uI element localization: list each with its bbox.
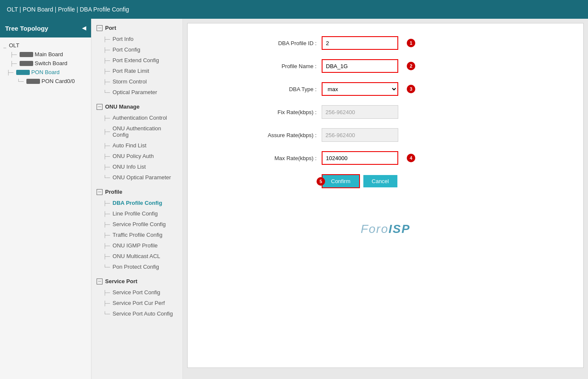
connector-icon: ├─ bbox=[103, 143, 110, 148]
menu-item-port-config[interactable]: ├─ Port Config bbox=[91, 44, 183, 55]
input-max-rate[interactable] bbox=[322, 151, 398, 165]
menu-section-header-port[interactable]: ─ Port bbox=[91, 22, 183, 34]
menu-item-auto-find-list[interactable]: ├─ Auto Find List bbox=[91, 140, 183, 151]
connector-icon: ├─ bbox=[103, 69, 110, 74]
menu-item-onu-authentication-config[interactable]: ├─ ONU Authentication Config bbox=[91, 123, 183, 140]
menu-item-onu-policy-auth[interactable]: ├─ ONU Policy Auth bbox=[91, 151, 183, 161]
connector-icon: ├─ bbox=[103, 222, 110, 227]
connector-icon: └─ bbox=[103, 311, 110, 316]
menu-item-service-port-cur-perf[interactable]: ├─ Service Port Cur Perf bbox=[91, 298, 183, 308]
menu-section-service-port: ─ Service Port ├─ Service Port Config ├─… bbox=[91, 276, 183, 319]
menu-item-onu-optical-parameter[interactable]: └─ ONU Optical Parameter bbox=[91, 172, 183, 183]
device-icon-pon-board bbox=[16, 70, 30, 75]
sidebar-title: Tree Topology ◀ bbox=[0, 19, 91, 37]
sidebar-item-main-board[interactable]: ├─ Main Board bbox=[0, 50, 91, 59]
menu-section-port: ─ Port ├─ Port Info ├─ Port Config ├─ Po… bbox=[91, 22, 183, 98]
connector-icon: ├─ bbox=[103, 243, 110, 248]
menu-item-port-info[interactable]: ├─ Port Info bbox=[91, 34, 183, 44]
connector-icon: ├─ bbox=[7, 70, 14, 75]
menu-item-label-line-profile-config: Line Profile Config bbox=[113, 210, 158, 217]
sidebar-item-pon-card[interactable]: └─ PON Card0/0 bbox=[0, 77, 91, 86]
watermark: ForoISP bbox=[196, 222, 575, 236]
connector-icon: ├─ bbox=[103, 37, 110, 42]
menu-section-onu-manage: ─ ONU Manage ├─ Authentication Control ├… bbox=[91, 101, 183, 183]
menu-section-header-service-port[interactable]: ─ Service Port bbox=[91, 276, 183, 287]
menu-item-label-service-port-auto-config: Service Port Auto Config bbox=[113, 310, 173, 317]
label-dba-type: DBA Type : bbox=[237, 86, 322, 92]
connector-icon: └─ bbox=[17, 79, 24, 84]
connector-icon: ├─ bbox=[103, 211, 110, 216]
menu-section-label-onu-manage: ONU Manage bbox=[105, 103, 140, 110]
menu-item-service-port-config[interactable]: ├─ Service Port Config bbox=[91, 287, 183, 298]
form-container: DBA Profile ID : 1 Profile Name : 2 DBA … bbox=[237, 36, 534, 188]
menu-section-profile: ─ Profile ├─ DBA Profile Config ├─ Line … bbox=[91, 186, 183, 272]
menu-section-header-profile[interactable]: ─ Profile bbox=[91, 186, 183, 198]
connector-icon: ├─ bbox=[103, 58, 110, 63]
connector-icon: ├─ bbox=[103, 301, 110, 306]
menu-item-service-port-auto-config[interactable]: └─ Service Port Auto Config bbox=[91, 308, 183, 319]
sidebar-collapse-icon[interactable]: ◀ bbox=[82, 25, 86, 31]
menu-item-traffic-profile-config[interactable]: ├─ Traffic Profile Config bbox=[91, 230, 183, 240]
menu-item-line-profile-config[interactable]: ├─ Line Profile Config bbox=[91, 208, 183, 219]
menu-item-port-extend-config[interactable]: ├─ Port Extend Config bbox=[91, 55, 183, 66]
sidebar-item-label-olt: OLT bbox=[9, 42, 19, 49]
menu-item-label-onu-policy-auth: ONU Policy Auth bbox=[113, 153, 154, 159]
menu-item-authentication-control[interactable]: ├─ Authentication Control bbox=[91, 112, 183, 123]
confirm-button[interactable]: Confirm bbox=[322, 174, 360, 188]
connector-icon: └─ bbox=[103, 90, 110, 95]
input-assure-rate[interactable] bbox=[322, 128, 398, 142]
sidebar-item-label-pon-board: PON Board bbox=[31, 69, 60, 75]
menu-item-label-port-config: Port Config bbox=[113, 46, 140, 53]
label-assure-rate: Assure Rate(kbps) : bbox=[237, 132, 322, 138]
menu-item-label-dba-profile-config: DBA Profile Config bbox=[113, 200, 163, 206]
connector-icon: ├─ bbox=[10, 52, 17, 57]
menu-item-storm-control[interactable]: ├─ Storm Control bbox=[91, 76, 183, 87]
menu-item-onu-igmp-profile[interactable]: ├─ ONU IGMP Profile bbox=[91, 240, 183, 251]
connector-icon: └─ bbox=[103, 175, 110, 180]
connector-icon: ├─ bbox=[103, 201, 110, 206]
menu-item-label-onu-igmp-profile: ONU IGMP Profile bbox=[113, 242, 158, 249]
connector-icon: ├─ bbox=[103, 290, 110, 295]
menu-item-onu-info-list[interactable]: ├─ ONU Info List bbox=[91, 161, 183, 172]
menu-item-label-onu-optical-parameter: ONU Optical Parameter bbox=[113, 174, 171, 181]
label-fix-rate: Fix Rate(kbps) : bbox=[237, 109, 322, 115]
sidebar-title-label: Tree Topology bbox=[5, 25, 48, 32]
watermark-foro: Foro bbox=[361, 222, 389, 235]
badge-2: 2 bbox=[407, 62, 415, 70]
badge-1: 1 bbox=[407, 39, 415, 47]
input-profile-name[interactable] bbox=[322, 59, 398, 73]
sidebar-item-switch-board[interactable]: ├─ Switch Board bbox=[0, 59, 91, 68]
cancel-button[interactable]: Cancel bbox=[363, 175, 397, 187]
menu-item-onu-multicast-acl[interactable]: ├─ ONU Multicast ACL bbox=[91, 251, 183, 261]
badge-3: 3 bbox=[407, 85, 415, 93]
input-fix-rate[interactable] bbox=[322, 105, 398, 119]
sidebar-item-pon-board[interactable]: ├─ PON Board bbox=[0, 68, 91, 77]
connector-icon: ├─ bbox=[103, 47, 110, 52]
label-profile-name: Profile Name : bbox=[237, 63, 322, 69]
section-collapse-icon: ─ bbox=[97, 279, 103, 284]
sidebar-item-label-pon-card: PON Card0/0 bbox=[42, 78, 75, 84]
device-icon-pon-card bbox=[26, 79, 40, 84]
menu-item-label-auto-find-list: Auto Find List bbox=[113, 142, 147, 149]
input-dba-profile-id[interactable] bbox=[322, 36, 398, 50]
connector-icon: └─ bbox=[103, 264, 110, 270]
connector-icon: ├─ bbox=[10, 61, 17, 66]
menu-item-label-port-info: Port Info bbox=[113, 36, 134, 42]
menu-item-label-traffic-profile-config: Traffic Profile Config bbox=[113, 232, 163, 238]
sidebar-item-olt[interactable]: ⎯ OLT bbox=[0, 41, 91, 50]
section-collapse-icon: ─ bbox=[97, 104, 103, 110]
menu-section-header-onu-manage[interactable]: ─ ONU Manage bbox=[91, 101, 183, 112]
sidebar-tree: ⎯ OLT ├─ Main Board ├─ Switch Board ├─ P… bbox=[0, 37, 91, 89]
connector-icon: ⎯ bbox=[3, 43, 6, 48]
menu-item-service-profile-config[interactable]: ├─ Service Profile Config bbox=[91, 219, 183, 230]
menu-item-dba-profile-config[interactable]: ├─ DBA Profile Config bbox=[91, 198, 183, 208]
select-dba-type[interactable]: max fix assure assure+max fix+assure+max bbox=[322, 82, 398, 96]
menu-item-port-rate-limit[interactable]: ├─ Port Rate Limit bbox=[91, 66, 183, 76]
menu-item-label-pon-protect-config: Pon Protect Config bbox=[113, 264, 159, 270]
sidebar-item-label-switch-board: Switch Board bbox=[35, 60, 68, 66]
connector-icon: ├─ bbox=[103, 129, 110, 134]
menu-item-optical-parameter[interactable]: └─ Optical Parameter bbox=[91, 87, 183, 98]
badge-5: 5 bbox=[317, 177, 325, 186]
menu-item-pon-protect-config[interactable]: └─ Pon Protect Config bbox=[91, 261, 183, 272]
form-row-assure-rate: Assure Rate(kbps) : bbox=[237, 128, 534, 142]
